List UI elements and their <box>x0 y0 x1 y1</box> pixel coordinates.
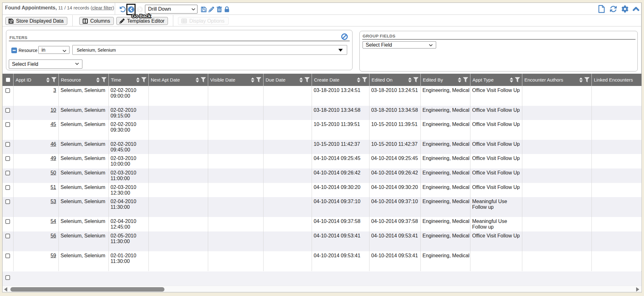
svg-text:Go Back: Go Back <box>132 13 151 19</box>
